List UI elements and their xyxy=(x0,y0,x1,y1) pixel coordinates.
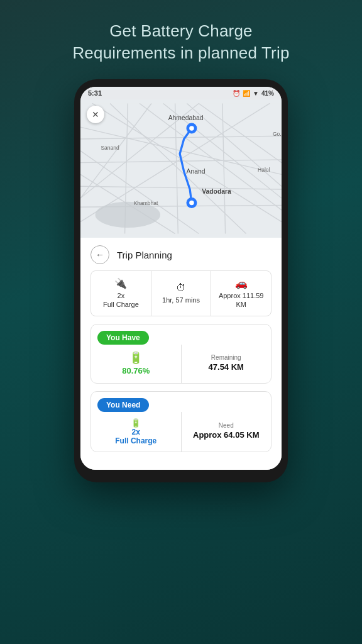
distance-icon: 🚗 xyxy=(235,277,248,289)
back-button[interactable]: ← xyxy=(90,245,109,264)
stat-charge: 🔌 2xFull Charge xyxy=(91,271,151,316)
svg-text:Vadodara: Vadodara xyxy=(202,188,231,195)
charge-count: 2x xyxy=(132,428,140,436)
svg-point-24 xyxy=(189,201,194,206)
you-need-badge: You Need xyxy=(97,398,149,412)
alarm-icon: ⏰ xyxy=(233,90,240,97)
wifi-icon: ▼ xyxy=(253,90,259,97)
you-need-distance: Need Approx 64.05 KM xyxy=(182,412,272,452)
svg-text:Go...: Go... xyxy=(273,131,282,137)
svg-text:Khambhat: Khambhat xyxy=(134,201,158,207)
svg-text:Halol: Halol xyxy=(258,167,270,173)
header-line1: Get Battery Charge xyxy=(109,21,253,40)
battery-green-icon: 🔋 xyxy=(129,351,143,365)
you-have-row: 🔋 80.76% Remaining 47.54 KM xyxy=(91,345,271,383)
status-icons: ⏰ 📶 ▼ 41% xyxy=(233,90,274,97)
you-need-charge: 🔋 2x Full Charge xyxy=(91,412,182,452)
back-icon: ← xyxy=(96,250,104,260)
stat-charge-label: 2xFull Charge xyxy=(103,291,139,309)
svg-text:Anand: Anand xyxy=(187,168,206,175)
header-line2: Requirements in planned Trip xyxy=(72,43,289,62)
remaining-value: 47.54 KM xyxy=(209,362,244,373)
svg-text:Sanand: Sanand xyxy=(101,145,119,151)
signal-icon: 📶 xyxy=(243,90,250,97)
stat-distance-label: Approx 111.59KM xyxy=(219,291,264,309)
you-have-remaining: Remaining 47.54 KM xyxy=(182,345,272,383)
you-need-row: 🔋 2x Full Charge Need Approx 64.05 KM xyxy=(91,412,271,452)
battery-text: 41% xyxy=(261,90,274,97)
need-value: Approx 64.05 KM xyxy=(193,430,259,441)
map-close-button[interactable]: ✕ xyxy=(87,106,104,123)
stat-time: ⏱ 1hr, 57 mins xyxy=(151,271,212,316)
trip-panel: ← Trip Planning 🔌 2xFull Charge ⏱ 1hr, 5… xyxy=(80,238,282,469)
status-time: 5:31 xyxy=(88,89,102,97)
svg-text:Ahmedabad: Ahmedabad xyxy=(168,114,204,121)
trip-title: Trip Planning xyxy=(117,250,172,260)
need-label: Need xyxy=(219,422,234,429)
stat-distance: 🚗 Approx 111.59KM xyxy=(211,271,271,316)
you-need-card: You Need 🔋 2x Full Charge Need Approx 64… xyxy=(90,391,272,452)
page-header: Get Battery Charge Requirements in plann… xyxy=(47,0,314,79)
battery-blue-icon: 🔋 xyxy=(131,418,141,428)
map-view: Ahmedabad Sanand Anand Khambhat Vadodara… xyxy=(80,99,282,238)
charge-label: Full Charge xyxy=(115,436,156,445)
status-bar: 5:31 ⏰ 📶 ▼ 41% xyxy=(80,87,282,99)
battery-percent: 80.76% xyxy=(122,366,150,377)
phone-screen: 5:31 ⏰ 📶 ▼ 41% xyxy=(80,87,282,469)
you-have-battery: 🔋 80.76% xyxy=(91,345,182,383)
svg-point-22 xyxy=(189,126,194,131)
phone-frame: 5:31 ⏰ 📶 ▼ 41% xyxy=(74,79,288,482)
trip-header: ← Trip Planning xyxy=(90,238,272,270)
you-have-badge: You Have xyxy=(97,331,149,345)
charge-icon: 🔌 xyxy=(114,277,127,289)
remaining-label: Remaining xyxy=(211,354,241,361)
time-icon: ⏱ xyxy=(176,282,186,294)
stat-time-label: 1hr, 57 mins xyxy=(162,296,200,304)
map-svg: Ahmedabad Sanand Anand Khambhat Vadodara… xyxy=(80,99,282,238)
you-have-card: You Have 🔋 80.76% Remaining 47.54 KM xyxy=(90,324,272,384)
stats-row: 🔌 2xFull Charge ⏱ 1hr, 57 mins 🚗 Approx … xyxy=(90,270,272,316)
close-icon: ✕ xyxy=(92,109,99,119)
